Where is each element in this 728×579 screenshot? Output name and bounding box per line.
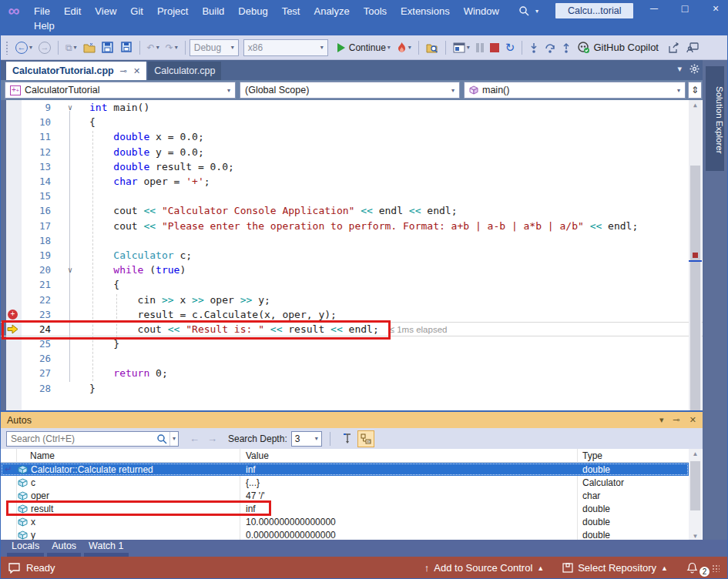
window-position-icon[interactable]: ▾: [659, 415, 664, 425]
scroll-up-icon[interactable]: ▲: [689, 102, 702, 109]
variable-name[interactable]: y: [16, 530, 240, 541]
menu-item-git[interactable]: Git: [123, 4, 150, 18]
code-line-27[interactable]: 27 return 0;: [1, 366, 703, 380]
save-all-button[interactable]: [118, 39, 134, 56]
step-over-button[interactable]: [543, 39, 557, 56]
github-copilot-button[interactable]: GitHub Copilot: [575, 39, 663, 56]
tab-calculator-cpp[interactable]: Calculator.cpp: [148, 62, 221, 80]
code-line-13[interactable]: 13 double result = 0.0;: [1, 159, 703, 174]
code-line-21[interactable]: 21 {: [1, 277, 703, 292]
autos-search-input[interactable]: Search (Ctrl+E) ▾: [6, 431, 179, 447]
scope-dropdown[interactable]: (Global Scope)▾: [240, 82, 460, 99]
fold-collapse-icon[interactable]: ∨: [60, 266, 80, 274]
toggle-format-icon[interactable]: ab: [357, 430, 374, 447]
code-line-23[interactable]: +23 result = c.Calculate(x, oper, y);: [1, 307, 703, 322]
solution-configuration-combo[interactable]: Debug▾: [190, 39, 239, 56]
solution-platform-combo[interactable]: x86▾: [243, 39, 328, 56]
code-line-28[interactable]: 28}: [1, 381, 703, 396]
restart-button[interactable]: ↻: [504, 39, 517, 56]
pin-icon[interactable]: ⊸: [120, 66, 127, 76]
active-files-dropdown-icon[interactable]: ▾: [677, 64, 682, 74]
column-name[interactable]: Name: [30, 450, 55, 461]
menu-item-test[interactable]: Test: [275, 4, 307, 18]
code-line-19[interactable]: 19 Calculator c;: [1, 248, 703, 263]
code-line-9[interactable]: 9∨int main(): [1, 100, 703, 115]
navigate-back-button[interactable]: ←▾: [14, 39, 34, 56]
solution-explorer-tab[interactable]: Solution Explorer: [706, 66, 724, 171]
save-button[interactable]: [100, 39, 115, 56]
code-line-17[interactable]: 17 cout << "Please enter the operation t…: [1, 219, 703, 233]
navigate-forward-button[interactable]: →: [37, 39, 52, 56]
minimize-button[interactable]: ─: [649, 2, 659, 15]
menu-item-view[interactable]: View: [88, 4, 123, 18]
function-dropdown[interactable]: main()▾: [464, 82, 686, 99]
search-icon[interactable]: [156, 433, 167, 444]
close-button[interactable]: ×: [710, 2, 721, 15]
code-line-18[interactable]: 18: [1, 233, 703, 248]
column-value[interactable]: Value: [246, 450, 269, 461]
open-file-button[interactable]: [82, 39, 97, 56]
close-panel-icon[interactable]: ✕: [689, 415, 696, 425]
search-forward-icon[interactable]: →: [207, 433, 217, 444]
menu-item-build[interactable]: Build: [195, 4, 231, 18]
scrollbar-thumb[interactable]: [690, 166, 700, 410]
quick-search[interactable]: ▾: [518, 5, 538, 16]
split-window-button[interactable]: ⇕: [688, 82, 702, 99]
share-button[interactable]: [666, 39, 682, 56]
stop-debugging-button[interactable]: [488, 39, 501, 56]
feedback-button[interactable]: [685, 39, 700, 56]
menu-item-help[interactable]: Help: [27, 18, 62, 33]
code-line-14[interactable]: 14 char oper = '+';: [1, 174, 703, 189]
menu-item-project[interactable]: Project: [150, 4, 195, 18]
menu-item-debug[interactable]: Debug: [231, 4, 274, 18]
menu-item-edit[interactable]: Edit: [57, 4, 88, 18]
step-out-button[interactable]: [560, 39, 572, 56]
step-into-button[interactable]: [528, 39, 540, 56]
tab-calculatortutorial-cpp[interactable]: CalculatorTutorial.cpp ⊸ ✕: [6, 62, 146, 80]
code-line-16[interactable]: 16 cout << "Calculator Console Applicati…: [1, 203, 703, 218]
menu-item-tools[interactable]: Tools: [357, 4, 394, 18]
code-line-10[interactable]: 10{: [1, 115, 703, 129]
code-line-26[interactable]: 26: [1, 351, 703, 366]
menu-item-window[interactable]: Window: [457, 4, 506, 18]
scroll-up-icon[interactable]: ▲: [689, 450, 702, 457]
project-dropdown[interactable]: ++ CalculatorTutorial▾: [5, 82, 236, 99]
scrollbar-thumb[interactable]: [690, 461, 700, 510]
code-line-22[interactable]: 22 cin >> x >> oper >> y;: [1, 292, 703, 306]
new-project-button[interactable]: ⧉▾: [64, 39, 79, 56]
fold-collapse-icon[interactable]: ∨: [60, 103, 80, 112]
code-line-12[interactable]: 12 double y = 0.0;: [1, 145, 703, 159]
undo-button[interactable]: ↶▾: [146, 39, 161, 56]
column-type[interactable]: Type: [582, 450, 602, 461]
autos-row-c[interactable]: c{...}Calculator: [1, 476, 689, 489]
variable-name[interactable]: x: [16, 517, 240, 527]
continue-button[interactable]: Continue▾: [336, 39, 392, 56]
search-back-icon[interactable]: ←: [190, 433, 200, 444]
variable-name[interactable]: oper: [16, 490, 240, 501]
code-line-15[interactable]: 15: [1, 189, 703, 203]
gear-icon[interactable]: [689, 64, 699, 74]
editor-scrollbar[interactable]: ▲: [689, 100, 702, 410]
redo-button[interactable]: ↷▾: [164, 39, 179, 56]
add-to-source-control-button[interactable]: ↑ Add to Source Control ▲: [418, 562, 550, 574]
variable-value[interactable]: {...}: [240, 477, 577, 488]
search-options-icon[interactable]: ▾: [173, 435, 176, 442]
close-tab-icon[interactable]: ✕: [133, 66, 140, 76]
code-line-11[interactable]: 11 double x = 0.0;: [1, 129, 703, 144]
menu-item-analyze[interactable]: Analyze: [307, 4, 356, 18]
select-repository-button[interactable]: Select Repository ▲: [556, 562, 674, 574]
toolbar-grip[interactable]: [5, 41, 9, 55]
maximize-button[interactable]: □: [679, 2, 690, 15]
scroll-down-icon[interactable]: ▼: [689, 533, 702, 540]
variable-value[interactable]: inf: [240, 504, 577, 514]
flag-pin-icon[interactable]: [342, 433, 353, 444]
search-depth-combo[interactable]: 3▾: [291, 431, 322, 447]
tool-tab-locals[interactable]: Locals: [7, 540, 44, 557]
menu-item-file[interactable]: File: [27, 4, 57, 18]
variable-name[interactable]: Calculator::Calculate returned: [16, 464, 240, 475]
find-in-files-button[interactable]: [424, 39, 440, 56]
tool-tab-watch-1[interactable]: Watch 1: [84, 540, 128, 557]
variable-value[interactable]: 10.000000000000000: [240, 517, 577, 527]
variable-value[interactable]: 47 '/': [240, 490, 577, 501]
hot-reload-button[interactable]: ▾: [395, 39, 413, 56]
